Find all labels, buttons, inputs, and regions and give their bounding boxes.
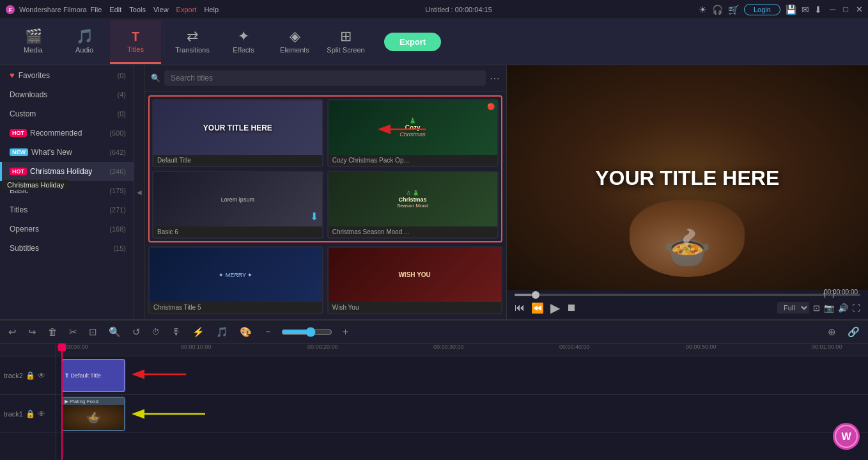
cut-button[interactable]: ✂ <box>66 325 81 339</box>
search-input[interactable] <box>164 70 486 86</box>
lock-icon-track1[interactable]: 🔒 <box>26 409 35 418</box>
sun-icon[interactable]: ☀ <box>699 4 707 15</box>
prev-frame-button[interactable]: ⏪ <box>531 302 544 314</box>
snap-button[interactable]: 🔗 <box>844 325 863 339</box>
sidebar-item-christmas[interactable]: HOT Christmas Holiday (246) Christmas Ho… <box>0 162 134 181</box>
search-bar: 🔍 ⋯ <box>144 65 506 91</box>
menu-view[interactable]: View <box>153 6 169 13</box>
sidebar-label-whatsnew: What's New <box>31 148 72 157</box>
toolbar-titles[interactable]: T Titles <box>110 20 161 64</box>
title-card-default[interactable]: YOUR TITLE HERE Default Title <box>152 99 323 167</box>
stop-button[interactable]: ⏹ <box>566 302 577 313</box>
sidebar-count-favorites: (0) <box>118 72 126 79</box>
quality-selector[interactable]: Full <box>777 302 809 313</box>
title-card-cozy-christmas[interactable]: 🎄 Cozy Christmas 🔴 Cozy Christmas Pack O… <box>327 99 499 167</box>
menu-export[interactable]: Export <box>176 6 197 13</box>
headset-icon[interactable]: 🎧 <box>712 4 723 15</box>
card-label-xmas-season: Christmas Season Mood ... <box>329 226 497 237</box>
sidebar-item-openers[interactable]: Openers (168) <box>0 219 134 239</box>
menu-help[interactable]: Help <box>204 6 219 13</box>
sidebar-item-recommended[interactable]: HOT Recommended (500) <box>0 123 134 143</box>
food-icon: 🍲 <box>663 225 711 271</box>
crop-button[interactable]: ⊡ <box>86 325 100 339</box>
toolbar-effects[interactable]: ✦ Effects <box>218 20 269 64</box>
timeline-zoom-slider[interactable] <box>281 327 332 337</box>
add-track-button[interactable]: ⊕ <box>825 325 839 339</box>
mail-icon[interactable]: ✉ <box>802 4 809 15</box>
color-btn[interactable]: 🎨 <box>236 325 255 339</box>
save-icon[interactable]: 💾 <box>786 4 796 15</box>
sidebar-item-custom[interactable]: Custom (0) <box>0 104 134 123</box>
sidebar-label-christmas: Christmas Holiday <box>30 167 92 176</box>
minimize-button[interactable]: ─ <box>830 4 835 14</box>
title-card-wish[interactable]: WISH YOU Wish You <box>327 246 502 314</box>
delete-button[interactable]: 🗑 <box>45 325 61 338</box>
menu-file[interactable]: File <box>91 6 102 13</box>
track-labels: track2 🔒 👁 track1 🔒 👁 <box>0 344 56 460</box>
rotate-button[interactable]: ↺ <box>129 325 144 339</box>
track-row-titles: T Default Title <box>56 356 868 395</box>
auto-btn[interactable]: ⚡ <box>189 325 208 339</box>
cart-icon[interactable]: 🛒 <box>728 4 739 15</box>
time-30: 00:00:30:00 <box>433 344 464 350</box>
more-titles-grid: ✦ MERRY ✦ Christmas Title 5 WISH YOU Wis… <box>148 246 502 314</box>
play-button[interactable]: ▶ <box>550 300 560 315</box>
time-50: 00:00:50:00 <box>686 344 717 350</box>
toolbar-splitscreen[interactable]: ⊞ Split Screen <box>320 20 371 64</box>
sidebar-item-basic[interactable]: Basic (179) <box>0 181 134 200</box>
maximize-button[interactable]: □ <box>843 4 848 14</box>
toolbar-media[interactable]: 🎬 Media <box>8 20 59 64</box>
menu-edit[interactable]: Edit <box>109 6 121 13</box>
title-card-basic6[interactable]: Lorem ipsum ⬇ Basic 6 <box>152 171 323 239</box>
undo-button[interactable]: ↩ <box>5 325 20 339</box>
sidebar-item-downloads[interactable]: Downloads (4) <box>0 85 134 104</box>
add-icon: ⬇ <box>310 210 318 223</box>
zoom-plus-icon[interactable]: ＋ <box>337 324 353 339</box>
export-button[interactable]: Export <box>384 33 441 51</box>
preview-timeline-bar[interactable]: { } 00:00:00:00 <box>515 294 861 296</box>
grid-view-icon[interactable]: ⋯ <box>490 72 500 84</box>
sidebar-count-titles: (271) <box>109 206 126 214</box>
zoom-button[interactable]: 🔍 <box>105 325 124 339</box>
lock-icon-track2[interactable]: 🔒 <box>26 371 35 380</box>
speed-button[interactable]: ⏱ <box>149 326 163 338</box>
eye-icon-track1[interactable]: 👁 <box>38 409 45 418</box>
zoom-minus-icon[interactable]: － <box>260 324 276 339</box>
thumb-basic6: Lorem ipsum ⬇ <box>153 172 322 226</box>
toolbar-elements[interactable]: ◈ Elements <box>269 20 320 64</box>
sidebar-label-titles: Titles <box>10 205 27 214</box>
playhead[interactable] <box>61 344 63 460</box>
voiceover-button[interactable]: 🎙 <box>168 325 184 338</box>
track2-number: track2 <box>4 372 23 379</box>
eye-icon-track2[interactable]: 👁 <box>38 371 45 380</box>
title-card-blue[interactable]: ✦ MERRY ✦ Christmas Title 5 <box>148 246 323 314</box>
pip-button[interactable]: ⊡ <box>813 303 820 313</box>
title-card-xmas-season[interactable]: ☃ 🎄 Christmas Season Mood Christmas Seas… <box>327 171 499 239</box>
preview-title-text: YOUR TITLE HERE <box>595 166 779 189</box>
track-label-1: track1 🔒 👁 <box>0 395 56 433</box>
volume-button[interactable]: 🔊 <box>838 303 848 313</box>
hot-badge-recommended: HOT <box>10 129 27 137</box>
fullscreen-button[interactable]: ⛶ <box>852 303 860 313</box>
clip-default-title[interactable]: T Default Title <box>61 359 125 392</box>
clip-plating-food[interactable]: ▶ Plating Food 🍲 <box>61 397 125 431</box>
sidebar-item-whatsnew[interactable]: NEW What's New (642) <box>0 143 134 162</box>
sidebar-item-titles[interactable]: Titles (271) <box>0 200 134 219</box>
toolbar-transitions[interactable]: ⇄ Transitions <box>167 20 218 64</box>
redo-button[interactable]: ↪ <box>25 325 40 339</box>
time-60: 00:01:00:00 <box>812 344 842 350</box>
close-button[interactable]: ✕ <box>856 4 863 14</box>
sidebar-item-favorites[interactable]: ♥ Favorites (0) <box>0 65 134 85</box>
sidebar-collapse-button[interactable]: ◀ <box>134 65 144 319</box>
snapshot-button[interactable]: 📷 <box>824 303 834 313</box>
sidebar-count-openers: (168) <box>109 225 126 233</box>
titles-panel: 🔍 ⋯ YOUR TITLE HERE Default Title <box>144 65 506 319</box>
main-area: ♥ Favorites (0) Downloads (4) Custom (0)… <box>0 65 868 319</box>
sidebar-item-subtitles[interactable]: Subtitles (15) <box>0 239 134 258</box>
login-button[interactable]: Login <box>744 4 780 15</box>
toolbar-audio[interactable]: 🎵 Audio <box>59 20 110 64</box>
audio-btn[interactable]: 🎵 <box>213 325 231 339</box>
menu-tools[interactable]: Tools <box>129 6 146 13</box>
download-icon[interactable]: ⬇ <box>814 4 822 15</box>
skip-back-button[interactable]: ⏮ <box>515 302 525 313</box>
